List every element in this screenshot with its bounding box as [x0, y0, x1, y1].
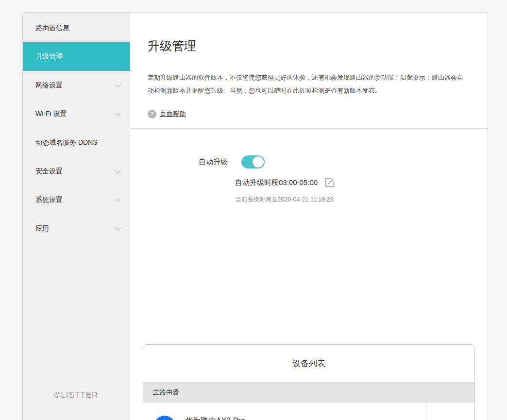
sidebar-item-label: 动态域名服务 DDNS [35, 138, 98, 147]
sidebar-item-label: 应用 [35, 224, 49, 233]
device-list-card: 设备列表 主路由器 [143, 344, 475, 420]
chevron-down-icon [115, 224, 121, 231]
intro-section: 升级管理 定期升级路由器的软件版本，不仅将使您获得更好的体验，还有机会发现路由器… [130, 13, 488, 118]
device-name: 华为路由AX3 Pro [185, 416, 278, 420]
page-description: 定期升级路由器的软件版本，不仅将使您获得更好的体验，还有机会发现路由器的新功能！… [148, 71, 468, 97]
edit-icon[interactable] [324, 177, 335, 188]
chevron-down-icon [115, 196, 121, 202]
page-help-link[interactable]: 页面帮助 [160, 110, 186, 118]
sidebar-item-label: 升级管理 [35, 52, 63, 61]
sidebar-item-upgrade-management[interactable]: 升级管理 [23, 42, 130, 71]
sidebar-item-label: 网络设置 [35, 81, 63, 90]
content-area: 升级管理 定期升级路由器的软件版本，不仅将使您获得更好的体验，还有机会发现路由器… [130, 13, 488, 420]
router-wifi-icon [154, 416, 175, 420]
sidebar-item-label: 安全设置 [35, 167, 63, 176]
sidebar-item-applications[interactable]: 应用 [23, 214, 130, 243]
device-row: 华为路由AX3 Pro 当前版本: 10.0.5.10 新版本:WS7200-1… [143, 403, 474, 420]
auto-upgrade-label: 自动升级 [199, 157, 228, 167]
chevron-down-icon [115, 110, 121, 116]
sidebar-item-wifi-settings[interactable]: Wi-Fi 设置 [23, 100, 130, 128]
sidebar-item-ddns[interactable]: 动态域名服务 DDNS [23, 128, 130, 157]
sidebar: 路由器信息 升级管理 网络设置 Wi-Fi 设置 动态域名服务 DDNS 安全设… [23, 13, 130, 420]
device-list-title: 设备列表 [143, 345, 474, 382]
chevron-down-icon [115, 167, 121, 173]
auto-upgrade-section: 自动升级 自动升级时段03:00-05:00 当前系统时间是2020-04-21… [130, 128, 488, 204]
toggle-knob [253, 156, 264, 168]
system-time-text: 当前系统时间是2020-04-21 11:18:29 [235, 196, 488, 204]
sidebar-item-label: 路由器信息 [35, 24, 69, 33]
chevron-down-icon [115, 81, 121, 87]
sidebar-item-security-settings[interactable]: 安全设置 [23, 157, 130, 185]
watermark-listter: ©LISTTER [23, 390, 130, 400]
auto-upgrade-toggle[interactable] [241, 155, 265, 168]
auto-upgrade-schedule: 自动升级时段03:00-05:00 [235, 178, 318, 187]
sidebar-item-network-settings[interactable]: 网络设置 [23, 71, 130, 100]
sidebar-item-label: 系统设置 [35, 196, 63, 204]
page-title: 升级管理 [148, 38, 468, 54]
device-select-cell [426, 403, 474, 420]
group-header-main-router: 主路由器 [143, 382, 474, 403]
sidebar-item-system-settings[interactable]: 系统设置 [23, 185, 130, 214]
question-mark-icon: ? [148, 110, 156, 118]
sidebar-item-router-info[interactable]: 路由器信息 [23, 14, 130, 42]
sidebar-item-label: Wi-Fi 设置 [35, 110, 67, 118]
page-help[interactable]: ? 页面帮助 [148, 110, 468, 118]
router-admin-panel: 路由器信息 升级管理 网络设置 Wi-Fi 设置 动态域名服务 DDNS 安全设… [22, 12, 488, 420]
